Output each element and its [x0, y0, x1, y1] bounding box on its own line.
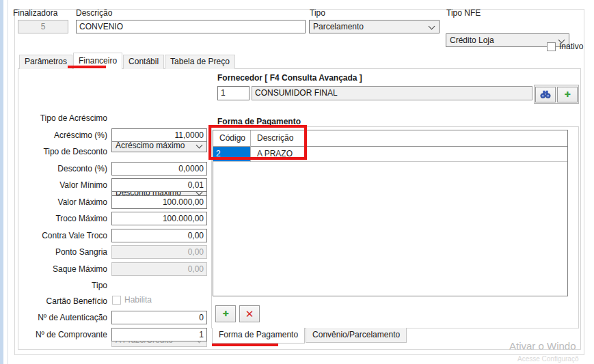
descricao-label: Descrição	[76, 8, 112, 18]
tipo-nfe-label: Tipo NFE	[446, 8, 481, 18]
tipo-acrescimo-value: Acréscimo máximo	[116, 141, 185, 150]
column-header-descricao[interactable]: Descrição	[251, 130, 388, 146]
binoculars-icon	[539, 90, 552, 98]
fornecedor-title: Fornecedor [ F4 Consulta Avançada ]	[217, 73, 362, 83]
tipo-select-value: Parcelamento	[313, 22, 364, 31]
tipo-desconto-label: Tipo de Desconto	[21, 147, 107, 156]
ponto-sangria-label: Ponto Sangria	[21, 247, 107, 257]
fornecedor-add-button[interactable]: ✚	[557, 87, 578, 102]
troco-maximo-label: Troco Máximo	[21, 214, 107, 223]
tipo-acrescimo-label: Tipo de Acréscimo	[21, 113, 107, 123]
inativo-checkbox-group[interactable]: Inativo	[547, 42, 583, 51]
valor-minimo-field[interactable]: 0,01	[111, 178, 207, 192]
habilita-checkbox-group: Habilita	[112, 295, 152, 305]
inativo-label: Inativo	[559, 42, 583, 51]
windows-activation-watermark: Ativar o Windo	[509, 340, 576, 352]
contra-vale-troco-label: Contra Vale Troco	[21, 231, 107, 240]
troco-maximo-field[interactable]: 100.000,00	[111, 212, 207, 225]
fornecedor-code-field[interactable]: 1	[217, 86, 249, 100]
tipo-nfe-select-value: Crédito Loja	[450, 36, 494, 45]
num-comprovante-field[interactable]: 1	[111, 328, 207, 341]
fornecedor-search-button[interactable]	[535, 87, 556, 102]
acrescimo-label: Acréscimo (%)	[21, 130, 107, 140]
tipo-field-label: Tipo	[21, 281, 107, 290]
forma-pagamento-title: Forma de Pagamento	[217, 117, 301, 126]
tab-strip: Parâmetros Financeiro Contábil Tabela de…	[19, 53, 236, 69]
bottom-tab-strip: Forma de Pagamento Convênio/Parcelamento	[212, 328, 407, 344]
delete-row-button[interactable]: ✕	[239, 305, 260, 322]
window-left-divider	[7, 0, 8, 364]
plus-icon: ✚	[564, 90, 570, 99]
chevron-down-icon	[196, 142, 203, 149]
desconto-label: Desconto (%)	[21, 164, 107, 173]
plus-icon: ✚	[222, 309, 228, 318]
num-comprovante-label: Nº de Comprovante	[21, 330, 107, 339]
tab-parametros[interactable]: Parâmetros	[19, 55, 72, 69]
num-autenticacao-label: Nº de Autenticação	[21, 313, 107, 322]
acrescimo-field[interactable]: 11,0000	[111, 128, 207, 142]
window-left-strip	[0, 0, 3, 364]
descricao-field[interactable]: CONVENIO	[76, 20, 306, 33]
fornecedor-buttons-panel: ✚	[534, 85, 579, 104]
saque-maximo-label: Saque Máximo	[21, 264, 107, 274]
column-header-codigo[interactable]: Código	[213, 130, 250, 146]
tab-financeiro[interactable]: Financeiro	[73, 53, 122, 69]
cell-codigo-selected[interactable]: 2	[213, 147, 250, 161]
fornecedor-name-field: CONSUMIDOR FINAL	[252, 86, 532, 100]
contra-vale-troco-field[interactable]: 0,00	[111, 229, 207, 242]
habilita-checkbox	[112, 296, 121, 305]
valor-maximo-field[interactable]: 100.000,00	[111, 195, 207, 209]
x-icon: ✕	[245, 309, 254, 319]
bottom-tab-convenio-parcelamento[interactable]: Convênio/Parcelamento	[306, 328, 407, 343]
valor-minimo-label: Valor Mínimo	[21, 180, 107, 190]
tipo-label: Tipo	[310, 8, 325, 18]
habilita-label: Habilita	[124, 295, 152, 305]
chevron-down-icon	[429, 23, 435, 30]
bottom-tab-forma-pagamento[interactable]: Forma de Pagamento	[212, 328, 305, 344]
windows-activation-watermark-sub: Acesse Configuraçõ	[517, 355, 579, 363]
ponto-sangria-field: 0,00	[111, 245, 207, 259]
saque-maximo-field: 0,00	[111, 262, 207, 276]
tab-contabil[interactable]: Contábil	[123, 55, 164, 69]
table-header-row: Código Descrição	[213, 130, 567, 147]
table-row[interactable]: 2 A PRAZO	[213, 147, 567, 162]
desconto-field[interactable]: 0,0000	[111, 162, 207, 176]
add-row-button[interactable]: ✚	[215, 305, 236, 322]
tipo-select[interactable]: Parcelamento	[309, 20, 440, 33]
valor-maximo-label: Valor Máximo	[21, 197, 107, 207]
finalizadora-label: Finalizadora	[13, 8, 57, 18]
num-autenticacao-field[interactable]: 0	[111, 311, 207, 324]
forma-pagamento-table[interactable]: Código Descrição 2 A PRAZO	[213, 130, 568, 296]
inativo-checkbox[interactable]	[547, 42, 556, 51]
cartao-beneficio-label: Cartão Benefício	[21, 296, 107, 306]
finalizadora-field: 5	[18, 20, 68, 33]
tab-tabela-de-preco[interactable]: Tabela de Preço	[165, 55, 235, 69]
column-divider	[250, 130, 251, 162]
cell-descricao[interactable]: A PRAZO	[251, 147, 456, 161]
